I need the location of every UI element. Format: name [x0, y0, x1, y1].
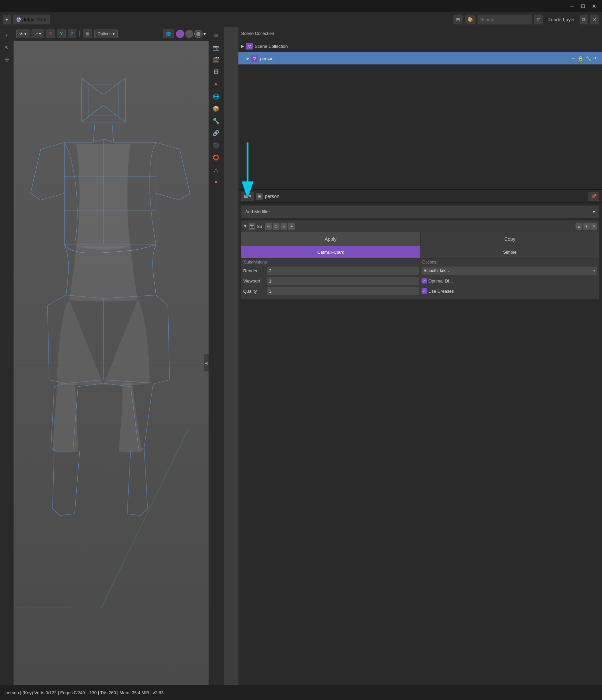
modifier-edit-mode-icon[interactable]: ✏: [265, 223, 272, 230]
view-selector[interactable]: 🔮 default ⧉ ✕: [13, 15, 50, 24]
shading-group: ▾: [176, 30, 206, 38]
sidebar-tool-move[interactable]: ✛: [1, 54, 12, 65]
axis-x-btn[interactable]: X: [46, 30, 55, 38]
modifier-collapse-icon[interactable]: ▼: [243, 224, 247, 229]
viewport-toolbar: 👁 ▾ ↗ ▾ X Y Z ⊞ Options ▾ 🌐 ▾: [14, 27, 209, 41]
left-sidebar: + ↖ ✛: [0, 27, 14, 685]
workspace-close-icon[interactable]: ✕: [43, 17, 47, 22]
prop-object-icon[interactable]: 📦: [211, 103, 221, 114]
shading-material-btn[interactable]: [185, 30, 193, 38]
prop-world-icon[interactable]: 🌐: [211, 91, 221, 102]
modifier-vertex-icon[interactable]: ✦: [288, 223, 295, 230]
modifier-down-btn[interactable]: ▼: [583, 223, 590, 230]
prop-material-icon[interactable]: ●: [211, 176, 221, 187]
modifier-up-btn[interactable]: ▲: [576, 223, 582, 230]
subdivisions-options-container: Subdivisions: Render 2 Viewport 1: [241, 258, 599, 299]
render-field-row[interactable]: Render 2: [243, 266, 419, 275]
panel-collapse-btn[interactable]: ◀: [204, 354, 209, 371]
prop-constraints-icon[interactable]: ⭕: [211, 152, 221, 163]
options-column: Options: Smooth, kee… ▾ ✓ Optimal Di…: [422, 260, 597, 296]
add-modifier-button[interactable]: Add Modifier ▾: [241, 206, 599, 218]
modifier-cage-icon[interactable]: ⬡: [273, 223, 279, 230]
object-name-display: person: [265, 194, 279, 199]
viewport-value: 1: [269, 278, 271, 284]
filter-button[interactable]: ▽: [534, 15, 543, 24]
render-field-value[interactable]: 2: [267, 267, 419, 275]
item-link-icon[interactable]: ↔: [571, 56, 576, 61]
shading-render-btn[interactable]: [194, 30, 202, 38]
shading-wire-btn[interactable]: 🌐: [163, 30, 174, 38]
use-creases-row[interactable]: ✓ Use Creases: [422, 286, 597, 296]
catmull-clark-label: Catmull-Clark: [317, 250, 344, 255]
render-layer-copy-btn[interactable]: ⧉: [580, 15, 588, 24]
shading-solid-btn[interactable]: [176, 30, 184, 38]
viewport-mode-btn[interactable]: ↗ ▾: [32, 30, 44, 38]
modifier-order-buttons: ▲ ▼ ✕: [576, 223, 597, 230]
smooth-dropdown[interactable]: Smooth, kee… ▾: [422, 267, 597, 275]
viewport-field-value[interactable]: 1: [267, 277, 419, 285]
add-button[interactable]: +: [3, 15, 11, 24]
person-item[interactable]: ▶ ▽ person ↔ 🔒 🔧 👁: [238, 52, 602, 64]
quality-field-row[interactable]: Quality 3: [243, 286, 419, 296]
modifier-triangle-icon[interactable]: △: [280, 223, 287, 230]
render-value: 2: [269, 268, 271, 273]
smooth-label: Smooth, kee…: [424, 268, 450, 273]
figure-svg: [14, 41, 209, 685]
prop-scene-icon[interactable]: ✦: [211, 79, 221, 90]
quality-field-value[interactable]: 3: [267, 287, 419, 295]
quality-field-label: Quality: [243, 289, 267, 294]
view-type-btn[interactable]: ⊞ ▾: [241, 192, 254, 201]
add-modifier-dropdown-icon: ▾: [593, 209, 595, 214]
item-visibility-icon[interactable]: 👁: [593, 56, 598, 61]
svg-line-15: [81, 78, 103, 95]
pin-button[interactable]: 📌: [588, 192, 599, 201]
minimize-button[interactable]: ─: [567, 1, 578, 12]
render-layer-close-btn[interactable]: ✕: [590, 15, 599, 24]
prop-tools-icon[interactable]: ⚙: [211, 30, 221, 41]
prop-render-icon[interactable]: 📷: [211, 42, 221, 53]
view-dropdown-icon: ▾: [249, 194, 251, 199]
axis-y-btn[interactable]: Y: [57, 30, 66, 38]
apply-button[interactable]: Apply: [241, 232, 420, 246]
prop-particles-icon[interactable]: 🔗: [211, 128, 221, 138]
copy-button[interactable]: Copy: [421, 232, 600, 246]
maximize-button[interactable]: □: [578, 1, 588, 12]
options-btn[interactable]: Options ▾: [94, 30, 117, 38]
apply-label: Apply: [325, 236, 336, 242]
modifier-render-icon[interactable]: 📷: [249, 223, 255, 230]
optimal-display-row[interactable]: ✓ Optimal Di…: [422, 276, 597, 286]
prop-view-layer-icon[interactable]: 🖼: [211, 66, 221, 77]
prop-physics-icon[interactable]: ⚫: [211, 140, 221, 151]
shading-dropdown-icon[interactable]: ▾: [203, 31, 206, 37]
search-input[interactable]: [478, 15, 532, 24]
viewport-view-btn[interactable]: 👁 ▾: [16, 30, 30, 38]
modifier-delete-btn[interactable]: ✕: [590, 223, 597, 230]
simple-btn[interactable]: Simple: [420, 246, 599, 258]
svg-line-21: [112, 122, 114, 142]
axis-z-btn[interactable]: Z: [68, 30, 76, 38]
add-modifier-label: Add Modifier: [245, 209, 270, 214]
prop-modifier-icon[interactable]: 🔧: [211, 115, 221, 126]
dropdown-icon2: ▾: [39, 32, 41, 36]
sidebar-tool-cursor[interactable]: ↖: [1, 42, 12, 53]
close-button[interactable]: ✕: [588, 1, 599, 12]
viewport-transform-btn[interactable]: ⊞: [83, 30, 92, 38]
optimal-display-checkbox[interactable]: ✓ Optimal Di…: [422, 278, 453, 284]
viewport-field-row[interactable]: Viewport 1: [243, 276, 419, 286]
prop-output-icon[interactable]: 🎬: [211, 54, 221, 65]
options-header: Options:: [422, 260, 597, 265]
axis-z-label: Z: [71, 32, 73, 36]
prop-data-icon[interactable]: △: [211, 164, 221, 175]
scene-collection-item[interactable]: ▶ ▽ Scene Collection: [238, 40, 602, 52]
down-icon: ▼: [585, 225, 588, 228]
header-view-btn[interactable]: ⊞: [453, 15, 463, 24]
use-creases-checkbox[interactable]: ✓ Use Creases: [422, 288, 454, 294]
smooth-option-row[interactable]: Smooth, kee… ▾: [422, 266, 597, 275]
workspace-label: default: [23, 17, 37, 22]
viewport-3d[interactable]: ◀: [14, 41, 209, 685]
header-render-btn[interactable]: 🎨: [465, 15, 475, 24]
sidebar-tool-add[interactable]: +: [1, 30, 12, 41]
item-name-label: person: [260, 56, 274, 61]
catmull-clark-btn[interactable]: Catmull-Clark: [241, 246, 420, 258]
item-constraint-icon[interactable]: 🔒: [578, 56, 583, 61]
